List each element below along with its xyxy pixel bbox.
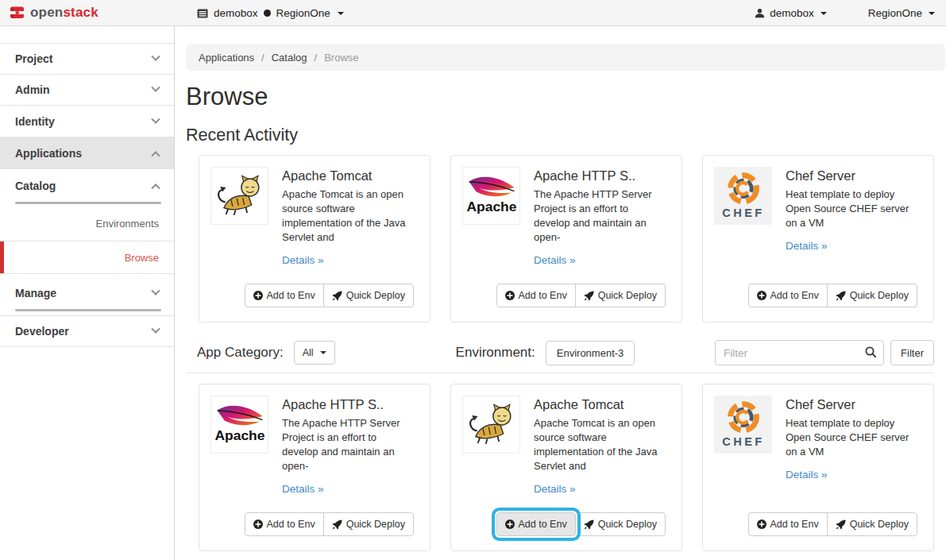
app-category-dropdown[interactable]: All	[294, 341, 335, 365]
chevron-down-icon	[151, 83, 160, 92]
breadcrumb-separator: /	[315, 52, 318, 64]
brand-wordmark: openstack	[30, 5, 98, 21]
environment-label: Environment:	[456, 345, 535, 361]
add-to-env-button[interactable]: Add to Env	[245, 284, 324, 307]
sidebar-item-developer[interactable]: Developer	[0, 315, 174, 347]
context-project-label: demobox	[214, 7, 258, 19]
brand-open: open	[30, 5, 63, 20]
sidebar-item-label: Project	[15, 52, 52, 65]
top-navbar: openstack demobox RegionOne demobox Regi…	[0, 0, 946, 26]
details-link[interactable]: Details »	[282, 483, 324, 495]
caret-down-icon	[320, 351, 326, 354]
add-to-env-button[interactable]: Add to Env	[748, 512, 828, 536]
region-menu[interactable]: RegionOne	[868, 7, 935, 19]
filter-button[interactable]: Filter	[890, 340, 934, 365]
rocket-icon	[584, 519, 594, 530]
app-card-apache-http: Apache Apache HTTP S.. The Apache HTTP S…	[450, 155, 682, 322]
app-description: Apache Tomcat is an open source software…	[282, 187, 411, 245]
quick-deploy-button[interactable]: Quick Deploy	[323, 284, 414, 307]
environment-value: Environment-3	[557, 347, 624, 359]
card-actions: Add to Env Quick Deploy	[748, 512, 918, 536]
plus-circle-icon	[757, 291, 766, 300]
add-to-env-button[interactable]: Add to Env	[496, 284, 576, 307]
quick-deploy-label: Quick Deploy	[850, 290, 909, 301]
page-title: Browse	[186, 83, 946, 111]
add-to-env-label: Add to Env	[267, 519, 315, 530]
openstack-logo[interactable]: openstack	[10, 5, 98, 21]
quick-deploy-button[interactable]: Quick Deploy	[323, 512, 414, 536]
main-content: Applications / Catalog / Browse Browse R…	[176, 26, 946, 560]
add-to-env-button-highlighted[interactable]: Add to Env	[496, 512, 576, 536]
app-title: Chef Server	[786, 397, 915, 412]
sidebar-item-applications[interactable]: Applications	[0, 137, 174, 168]
group-underline	[15, 202, 161, 204]
app-card-apache-http: Apache Apache HTTP S.. The Apache HTTP S…	[199, 384, 431, 551]
sidebar-item-label: Identity	[15, 115, 55, 128]
breadcrumb-catalog[interactable]: Catalog	[272, 52, 307, 64]
details-link[interactable]: Details »	[786, 469, 828, 481]
sidebar-item-environments[interactable]: Environments	[0, 206, 174, 241]
sidebar-item-identity[interactable]: Identity	[0, 105, 174, 137]
openstack-cube-icon	[10, 5, 25, 21]
card-actions: Add to Env Quick Deploy	[748, 284, 918, 307]
recent-activity-heading: Recent Activity	[186, 126, 946, 145]
chef-logo-text: CHEF	[722, 435, 764, 448]
brand-stack: stack	[63, 5, 98, 20]
card-actions: Add to Env Quick Deploy	[245, 284, 415, 307]
add-to-env-label: Add to Env	[770, 290, 819, 301]
chevron-up-icon	[151, 183, 160, 192]
tomcat-logo	[210, 167, 268, 225]
filter-group: Filter	[715, 340, 934, 365]
app-card-apache-tomcat: Apache Tomcat Apache Tomcat is an open s…	[450, 384, 682, 551]
sidebar-link-label: Environments	[96, 218, 159, 230]
app-category-label: App Category:	[197, 345, 284, 361]
search-icon	[865, 346, 877, 358]
apache-logo-text: Apache	[214, 427, 264, 443]
environment-button[interactable]: Environment-3	[546, 341, 635, 365]
sidebar-item-label: Admin	[15, 83, 50, 96]
app-category-value: All	[303, 347, 314, 358]
chevron-down-icon	[151, 114, 160, 123]
add-to-env-button[interactable]: Add to Env	[245, 512, 324, 536]
quick-deploy-button[interactable]: Quick Deploy	[575, 284, 666, 307]
filter-input[interactable]	[715, 340, 884, 365]
details-link[interactable]: Details »	[534, 254, 576, 266]
breadcrumb-current: Browse	[324, 52, 358, 64]
project-context-switcher[interactable]: demobox RegionOne	[197, 0, 344, 26]
sidebar-stub-row	[0, 26, 174, 43]
chef-rings-icon: CHEF	[716, 397, 771, 453]
group-underline	[15, 309, 161, 311]
quick-deploy-label: Quick Deploy	[598, 519, 657, 530]
active-indicator-bar	[0, 241, 4, 273]
quick-deploy-button[interactable]: Quick Deploy	[827, 284, 917, 307]
sidebar-item-project[interactable]: Project	[0, 43, 174, 74]
chef-logo: CHEF	[714, 396, 772, 454]
plus-circle-icon	[505, 291, 515, 300]
details-link[interactable]: Details »	[534, 483, 576, 495]
add-to-env-button[interactable]: Add to Env	[748, 284, 828, 307]
app-title: Apache HTTP S..	[282, 397, 411, 412]
sidebar-item-browse[interactable]: Browse	[0, 241, 174, 273]
breadcrumb-applications[interactable]: Applications	[199, 52, 254, 64]
chevron-up-icon	[151, 151, 160, 160]
user-menu[interactable]: demobox	[755, 7, 827, 19]
sidebar-item-admin[interactable]: Admin	[0, 74, 174, 105]
app-title: Chef Server	[786, 168, 915, 183]
apache-feather-icon: Apache	[214, 399, 266, 451]
details-link[interactable]: Details »	[282, 254, 324, 266]
quick-deploy-button[interactable]: Quick Deploy	[575, 512, 666, 536]
sidebar-item-label: Applications	[15, 147, 82, 160]
apache-logo-text: Apache	[466, 199, 516, 214]
app-description: Heat template to deploy Open Source CHEF…	[786, 416, 915, 459]
sidebar-group-catalog[interactable]: Catalog	[0, 168, 174, 206]
sidebar-group-manage[interactable]: Manage	[0, 273, 174, 315]
apache-logo: Apache	[462, 167, 520, 225]
apache-feather-icon: Apache	[465, 170, 518, 222]
quick-deploy-button[interactable]: Quick Deploy	[827, 512, 917, 536]
details-link[interactable]: Details »	[786, 240, 828, 252]
plus-circle-icon	[505, 519, 515, 529]
sidebar-group-label: Manage	[15, 287, 56, 299]
chevron-down-icon	[151, 287, 160, 295]
caret-down-icon	[338, 12, 344, 15]
add-to-env-label: Add to Env	[519, 519, 567, 530]
